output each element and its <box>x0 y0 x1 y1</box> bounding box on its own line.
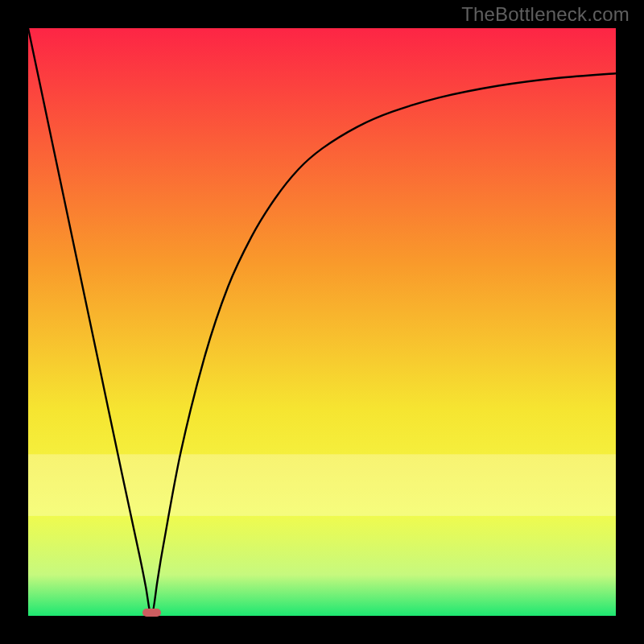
optimum-marker <box>142 609 161 617</box>
plot-area <box>28 28 616 616</box>
watermark-text: TheBottleneck.com <box>461 3 630 26</box>
curve-layer <box>28 28 616 616</box>
bottleneck-curve <box>28 28 616 616</box>
chart-frame: TheBottleneck.com <box>0 0 644 644</box>
